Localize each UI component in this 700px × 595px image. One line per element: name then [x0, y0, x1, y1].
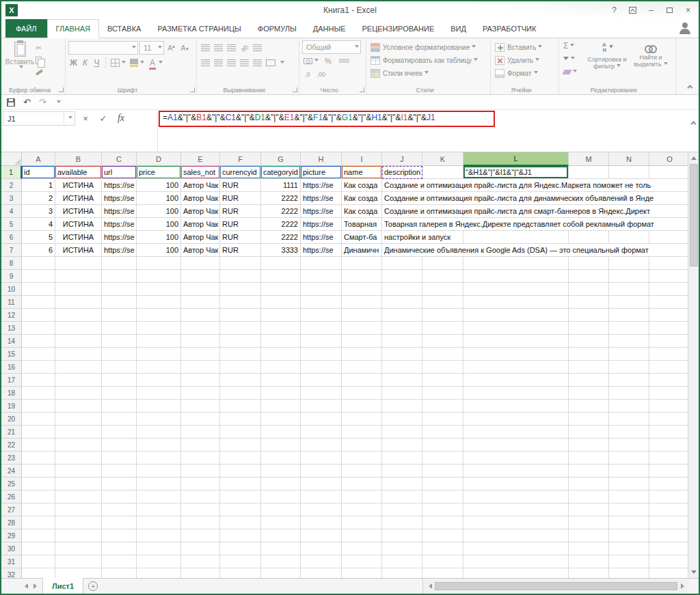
cell-I15[interactable] [342, 348, 382, 361]
cell-N32[interactable] [609, 568, 649, 578]
cell-F9[interactable] [220, 270, 261, 283]
cell-L6[interactable] [463, 231, 569, 244]
cell-C8[interactable] [102, 257, 137, 270]
cell-D4[interactable]: 100 [137, 205, 181, 218]
row-header-21[interactable]: 21 [1, 426, 22, 439]
cell-H3[interactable]: https://se [301, 192, 342, 205]
cell-H22[interactable] [301, 439, 342, 452]
cells-button-2[interactable]: Удалить [494, 54, 556, 67]
cell-M15[interactable] [569, 348, 609, 361]
formula-bar-collapse-button[interactable] [690, 115, 695, 128]
minimize-button[interactable]: – [642, 3, 660, 17]
cell-B31[interactable] [55, 555, 102, 568]
cell-I1[interactable]: name [342, 166, 382, 179]
cell-I9[interactable] [342, 270, 382, 283]
cell-B15[interactable] [55, 348, 102, 361]
cell-H16[interactable] [301, 361, 342, 374]
cell-N23[interactable] [609, 452, 649, 465]
cell-E20[interactable] [181, 413, 220, 426]
cell-D10[interactable] [137, 283, 181, 296]
cell-H13[interactable] [301, 322, 342, 335]
cell-N6[interactable] [609, 231, 649, 244]
cell-J6[interactable]: настройки и запуск [382, 231, 422, 244]
cell-B24[interactable] [55, 465, 102, 478]
clear-button[interactable] [562, 66, 585, 77]
cell-A13[interactable] [22, 322, 55, 335]
column-header-A[interactable]: A [22, 152, 55, 166]
row-header-3[interactable]: 3 [1, 192, 22, 205]
redo-button[interactable]: ↷ [39, 98, 46, 107]
borders-button[interactable] [109, 57, 127, 69]
cell-O4[interactable] [649, 205, 688, 218]
cell-C27[interactable] [102, 503, 137, 516]
cell-E31[interactable] [181, 555, 220, 568]
cell-J21[interactable] [382, 426, 422, 439]
cell-N18[interactable] [609, 387, 649, 400]
column-header-B[interactable]: B [55, 152, 102, 166]
cell-E5[interactable]: Автор Чак [181, 218, 220, 231]
cell-G1[interactable]: categoryid [261, 166, 301, 179]
cell-K22[interactable] [422, 439, 463, 452]
cell-K23[interactable] [422, 452, 463, 465]
cell-I28[interactable] [342, 516, 382, 529]
cell-L21[interactable] [463, 426, 569, 439]
cell-B18[interactable] [55, 387, 102, 400]
cell-K31[interactable] [422, 555, 463, 568]
comma-style-button[interactable]: 000 [336, 57, 352, 64]
cell-I20[interactable] [342, 413, 382, 426]
cell-G23[interactable] [261, 452, 301, 465]
scroll-down-arrow[interactable] [688, 567, 699, 578]
align-top-icon[interactable] [201, 44, 210, 51]
cell-K10[interactable] [422, 283, 463, 296]
cell-J23[interactable] [382, 452, 422, 465]
cell-I17[interactable] [342, 374, 382, 387]
cell-J15[interactable] [382, 348, 422, 361]
cell-O11[interactable] [649, 296, 688, 309]
cell-K21[interactable] [422, 426, 463, 439]
cell-F26[interactable] [220, 490, 261, 503]
column-header-H[interactable]: H [301, 152, 342, 166]
cell-K15[interactable] [422, 348, 463, 361]
row-header-1[interactable]: 1 [1, 166, 22, 179]
cell-L27[interactable] [463, 503, 569, 516]
cell-J32[interactable] [382, 568, 422, 578]
cell-O30[interactable] [649, 542, 688, 555]
cell-A27[interactable] [22, 503, 55, 516]
cell-N15[interactable] [609, 348, 649, 361]
cell-O18[interactable] [649, 387, 688, 400]
cell-F3[interactable]: RUR [220, 192, 261, 205]
cell-C21[interactable] [102, 426, 137, 439]
cell-I29[interactable] [342, 529, 382, 542]
maximize-button[interactable] [660, 3, 679, 17]
cell-J18[interactable] [382, 387, 422, 400]
ribbon-tab-разработчик[interactable]: РАЗРАБОТЧИК [474, 19, 544, 38]
bold-button[interactable]: Ж [68, 57, 79, 69]
cell-I24[interactable] [342, 465, 382, 478]
cell-C19[interactable] [102, 400, 137, 413]
cell-A32[interactable] [22, 568, 55, 578]
cell-K11[interactable] [422, 296, 463, 309]
cell-L28[interactable] [463, 516, 569, 529]
cell-G14[interactable] [261, 335, 301, 348]
cell-I19[interactable] [342, 400, 382, 413]
row-header-10[interactable]: 10 [1, 283, 22, 296]
cell-M10[interactable] [569, 283, 609, 296]
cell-F17[interactable] [220, 374, 261, 387]
cell-A22[interactable] [22, 439, 55, 452]
cell-F1[interactable]: currencyid [220, 166, 261, 179]
cell-F12[interactable] [220, 309, 261, 322]
cell-E12[interactable] [181, 309, 220, 322]
cell-H27[interactable] [301, 503, 342, 516]
cell-M12[interactable] [569, 309, 609, 322]
ribbon-tab-формулы[interactable]: ФОРМУЛЫ [250, 19, 305, 38]
cell-A28[interactable] [22, 516, 55, 529]
row-header-28[interactable]: 28 [1, 516, 22, 529]
cell-O6[interactable] [649, 231, 688, 244]
cell-M1[interactable] [569, 166, 609, 179]
cell-C26[interactable] [102, 490, 137, 503]
cell-G2[interactable]: 1111 [261, 179, 301, 192]
cell-F28[interactable] [220, 516, 261, 529]
cell-A23[interactable] [22, 452, 55, 465]
cell-F16[interactable] [220, 361, 261, 374]
cell-H18[interactable] [301, 387, 342, 400]
